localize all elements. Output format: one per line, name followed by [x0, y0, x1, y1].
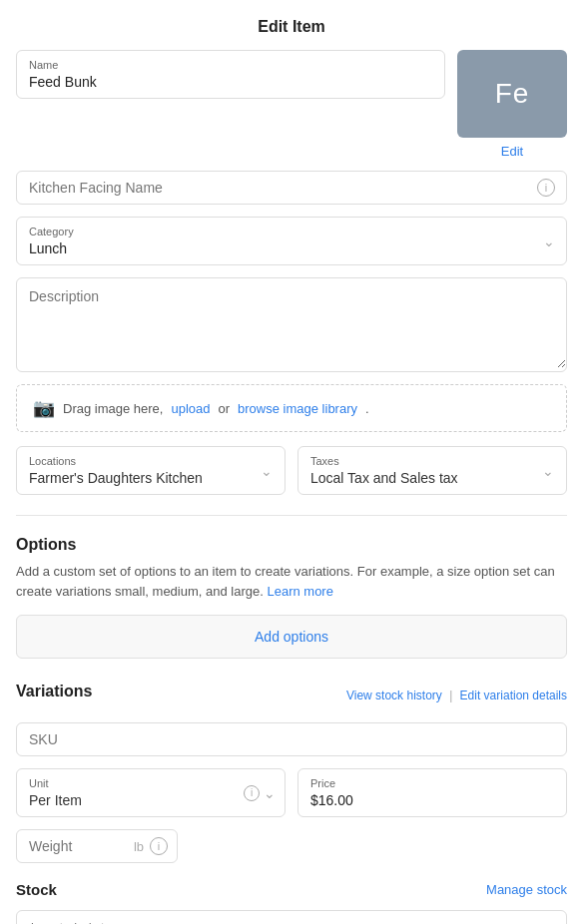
upload-text-after: . — [365, 401, 369, 416]
category-box[interactable]: Category Lunch — [16, 217, 567, 265]
price-field-box: Price — [297, 768, 567, 817]
weight-field-container: lb i — [16, 829, 178, 863]
locations-chevron-icon: ⌄ — [261, 463, 273, 479]
name-label: Name — [29, 59, 432, 71]
locations-label: Locations — [29, 455, 249, 467]
stock-header: Stock Manage stock — [16, 881, 567, 898]
unit-price-row: Unit Per Item i ⌄ Price — [16, 768, 567, 817]
unit-label: Unit — [29, 777, 235, 789]
image-box: Fe Edit — [457, 50, 567, 159]
location-tax-row: Locations Farmer's Daughters Kitchen ⌄ T… — [16, 446, 567, 495]
name-field-container: Name — [16, 50, 445, 159]
low-stock-box: Low stock alert None — [16, 910, 567, 924]
kitchen-facing-row: i — [16, 171, 567, 205]
name-field-box: Name — [16, 50, 445, 99]
page-title: Edit Item — [258, 18, 325, 35]
locations-value: Farmer's Daughters Kitchen — [29, 470, 249, 486]
taxes-value: Local Tax and Sales tax — [310, 470, 530, 486]
variations-header: Variations View stock history | Edit var… — [16, 683, 567, 708]
unit-icons: i ⌄ — [244, 785, 276, 801]
manage-stock-link[interactable]: Manage stock — [486, 882, 567, 897]
add-options-button[interactable]: Add options — [16, 615, 567, 659]
sku-field-box — [16, 722, 567, 756]
taxes-chevron-icon: ⌄ — [542, 463, 554, 479]
page-header: Edit Item — [0, 0, 583, 50]
description-box — [16, 277, 567, 372]
image-edit-link[interactable]: Edit — [501, 144, 523, 159]
unit-value: Per Item — [29, 792, 235, 808]
taxes-label: Taxes — [310, 455, 530, 467]
upload-text-between: or — [219, 401, 231, 416]
upload-area[interactable]: 📷 Drag image here, upload or browse imag… — [16, 384, 567, 432]
sku-input[interactable] — [29, 731, 554, 747]
unit-info-icon[interactable]: i — [244, 785, 260, 801]
weight-input[interactable] — [29, 838, 121, 854]
price-label: Price — [310, 777, 554, 789]
stock-title: Stock — [16, 881, 57, 898]
learn-more-link[interactable]: Learn more — [267, 584, 332, 599]
kitchen-facing-box — [16, 171, 567, 205]
stock-section: Stock Manage stock Low stock alert None — [16, 881, 567, 924]
upload-text-before: Drag image here, — [63, 401, 163, 416]
price-input[interactable] — [310, 792, 554, 808]
category-label: Category — [29, 226, 530, 237]
image-placeholder[interactable]: Fe — [457, 50, 567, 138]
description-input[interactable] — [17, 278, 566, 368]
variations-links: View stock history | Edit variation deta… — [346, 689, 567, 702]
unit-chevron-icon: ⌄ — [264, 785, 276, 801]
links-separator: | — [449, 689, 452, 702]
name-input[interactable] — [29, 74, 432, 90]
price-field-container: Price — [297, 768, 567, 817]
section-divider-1 — [16, 515, 567, 516]
upload-image-icon: 📷 — [33, 397, 55, 419]
variations-section: Variations View stock history | Edit var… — [16, 683, 567, 863]
browse-library-link[interactable]: browse image library — [238, 401, 357, 416]
weight-unit-label: lb — [134, 839, 144, 854]
view-stock-history-link[interactable]: View stock history — [346, 689, 442, 702]
options-section: Options Add a custom set of options to a… — [16, 536, 567, 683]
options-title: Options — [16, 536, 567, 554]
kitchen-facing-input[interactable] — [29, 180, 530, 196]
kitchen-facing-info-icon[interactable]: i — [537, 179, 555, 197]
weight-info-icon[interactable]: i — [150, 837, 168, 855]
category-value: Lunch — [29, 240, 530, 256]
category-row: Category Lunch ⌄ — [16, 217, 567, 265]
options-description: Add a custom set of options to an item t… — [16, 562, 567, 601]
taxes-box[interactable]: Taxes Local Tax and Sales tax ⌄ — [297, 446, 567, 495]
upload-link[interactable]: upload — [171, 401, 210, 416]
locations-box[interactable]: Locations Farmer's Daughters Kitchen ⌄ — [16, 446, 286, 495]
unit-field-container: Unit Per Item i ⌄ — [16, 768, 286, 817]
image-initials: Fe — [495, 78, 530, 110]
edit-variation-details-link[interactable]: Edit variation details — [460, 689, 567, 702]
variations-title: Variations — [16, 683, 92, 700]
